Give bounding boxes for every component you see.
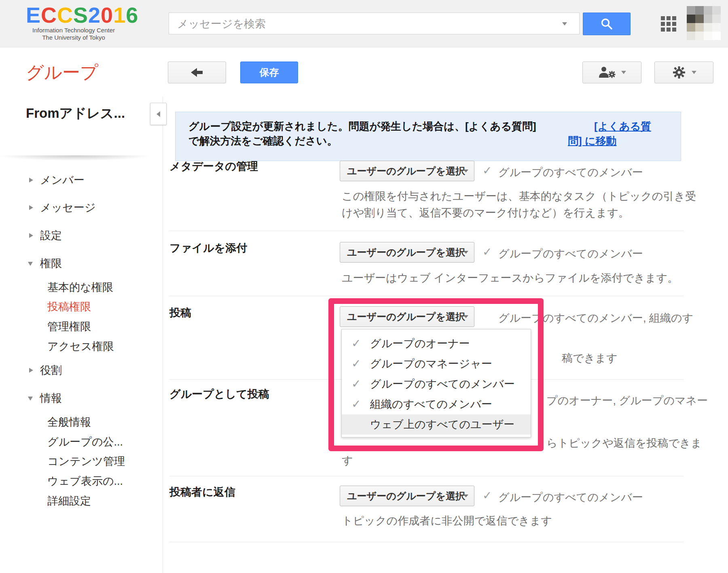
- sidebar-item-label: ウェブ表示の...: [47, 475, 123, 487]
- members-menu-button[interactable]: [582, 62, 641, 83]
- post-permission-dropdown-menu: ✓ グループのオーナー ✓ グループのマネージャー ✓ グループのすべてのメンバ…: [341, 329, 531, 437]
- attach-files-selected-value: グループのすべてのメンバー: [498, 246, 643, 261]
- sidebar-item-permissions[interactable]: 権限: [40, 256, 62, 271]
- sidebar-item-label: メンバー: [40, 174, 85, 186]
- sidebar-item-group-visibility[interactable]: グループの公...: [47, 435, 123, 449]
- post-as-group-description-fragment: らトピックや返信を投稿できま: [546, 436, 702, 450]
- metadata-description-line2: けや割り当て、返信不要のマーク付けなど）を行えます。: [342, 206, 629, 220]
- logo-subtitle-line2: The University of Tokyo: [26, 34, 121, 41]
- sidebar-item-access-permissions[interactable]: アクセス権限: [47, 339, 114, 354]
- post-description-fragment: 稿できます: [562, 351, 618, 365]
- avatar[interactable]: [687, 6, 721, 40]
- row-label-reply-to-author: 投稿者に返信: [169, 485, 235, 499]
- menu-item-group-managers[interactable]: ✓ グループのマネージャー: [342, 354, 531, 374]
- chevron-down-icon: [463, 251, 468, 254]
- logo-letter: S: [73, 3, 88, 27]
- search-options-caret-icon[interactable]: [562, 22, 567, 25]
- row-label-post-as-group: グループとして投稿: [169, 387, 269, 401]
- reply-to-author-group-select-dropdown[interactable]: ユーザーのグループを選択: [340, 486, 474, 506]
- logo-letter: C: [41, 3, 57, 27]
- chevron-down-icon: [28, 397, 33, 401]
- dropdown-label: ユーザーのグループを選択: [347, 242, 465, 262]
- save-button[interactable]: 保存: [240, 62, 298, 83]
- sidebar-item-posting-permissions[interactable]: 投稿権限: [47, 299, 91, 314]
- chevron-right-icon: [29, 368, 33, 373]
- post-selected-value: グループのすべてのメンバー, 組織のす: [498, 311, 727, 325]
- sidebar-item-roles[interactable]: 役割: [40, 363, 62, 378]
- chevron-down-icon: [463, 170, 468, 172]
- chevron-down-icon: [28, 262, 33, 266]
- search-button[interactable]: [583, 13, 631, 35]
- menu-item-label: 組織のすべてのメンバー: [370, 394, 492, 414]
- sidebar-item-label: 役割: [40, 364, 62, 376]
- menu-item-label: グループのすべてのメンバー: [370, 374, 515, 394]
- metadata-description-line1: この権限を付与されたユーザーは、基本的なタスク（トピックの引き受: [342, 189, 696, 204]
- faq-link-line1[interactable]: [よくある質: [594, 119, 651, 134]
- logo-subtitle-line1: Information Technology Center: [26, 27, 121, 34]
- sidebar-item-label: コンテンツ管理: [47, 455, 125, 467]
- back-arrow-icon: [189, 65, 205, 80]
- row-divider: [169, 476, 684, 476]
- sidebar-item-messages[interactable]: メッセージ: [40, 200, 96, 215]
- sidebar-item-label: グループの公...: [47, 436, 123, 448]
- check-icon: ✓: [351, 333, 361, 354]
- apps-grid-icon[interactable]: [661, 16, 676, 32]
- reply-to-author-selected-value: グループのすべてのメンバー: [498, 490, 643, 505]
- row-divider: [169, 542, 684, 542]
- metadata-group-select-dropdown[interactable]: ユーザーのグループを選択: [340, 161, 474, 181]
- sidebar-item-label: 投稿権限: [47, 301, 91, 313]
- logo-letter: E: [26, 3, 41, 27]
- sidebar-item-advanced-settings[interactable]: 詳細設定: [47, 494, 91, 508]
- menu-item-group-owners[interactable]: ✓ グループのオーナー: [342, 333, 531, 354]
- check-icon: ✓: [483, 489, 492, 502]
- chevron-down-icon: [463, 494, 468, 497]
- chevron-right-icon: [29, 233, 33, 238]
- sidebar-item-basic-permissions[interactable]: 基本的な権限: [47, 280, 113, 295]
- sidebar-item-content-control[interactable]: コンテンツ管理: [47, 454, 125, 469]
- page-title: グループ: [26, 61, 98, 85]
- search-input[interactable]: [169, 13, 566, 35]
- check-icon: ✓: [483, 245, 492, 259]
- dropdown-label: ユーザーのグループを選択: [347, 486, 465, 506]
- row-label-post: 投稿: [169, 306, 191, 320]
- sidebar-item-label: 設定: [40, 229, 62, 242]
- attach-files-group-select-dropdown[interactable]: ユーザーのグループを選択: [340, 242, 474, 263]
- row-divider: [169, 231, 684, 231]
- post-group-select-dropdown[interactable]: ユーザーのグループを選択: [340, 306, 474, 327]
- sidebar-item-label: メッセージ: [40, 202, 96, 214]
- sidebar-item-label: 情報: [40, 392, 62, 404]
- top-bar: ECCS2016 Information Technology Center T…: [0, 0, 728, 47]
- dropdown-label: ユーザーのグループを選択: [347, 307, 465, 327]
- check-icon: ✓: [351, 394, 361, 414]
- sidebar-collapse-button[interactable]: [150, 103, 167, 125]
- chevron-right-icon: [29, 178, 33, 183]
- check-icon: ✓: [483, 164, 492, 177]
- menu-item-all-organization-members[interactable]: ✓ 組織のすべてのメンバー: [342, 394, 531, 414]
- banner-text-line2: で解決方法をご確認ください。: [188, 134, 337, 148]
- menu-item-label: グループのマネージャー: [370, 354, 492, 374]
- gear-icon: [671, 65, 687, 80]
- menu-item-all-group-members[interactable]: ✓ グループのすべてのメンバー: [342, 374, 531, 394]
- group-name-heading: Fromアドレス...: [26, 104, 125, 123]
- eccs-logo-text: ECCS2016: [26, 3, 121, 27]
- back-button[interactable]: [168, 62, 226, 83]
- chevron-down-icon: [463, 315, 468, 318]
- row-label-attach-files: ファイルを添付: [169, 241, 247, 255]
- sidebar-item-web-view[interactable]: ウェブ表示の...: [47, 474, 123, 488]
- sidebar-item-moderation-permissions[interactable]: 管理権限: [47, 319, 91, 334]
- faq-link-line2[interactable]: 問] に移動: [568, 134, 617, 148]
- post-as-group-value-fragment: プのオーナー, グループのマネー: [546, 393, 708, 408]
- settings-menu-button[interactable]: [654, 62, 713, 83]
- logo-letter: 2: [88, 3, 101, 27]
- row-divider: [169, 296, 684, 296]
- sidebar-item-settings[interactable]: 設定: [40, 228, 62, 243]
- sidebar-item-general-information[interactable]: 全般情報: [47, 415, 91, 429]
- sidebar-item-members[interactable]: メンバー: [40, 173, 85, 187]
- menu-item-all-web-users[interactable]: ウェブ上のすべてのユーザー: [342, 414, 531, 435]
- sidebar-item-information[interactable]: 情報: [40, 391, 62, 405]
- logo-letter: 1: [113, 3, 126, 27]
- menu-item-label: ウェブ上のすべてのユーザー: [370, 414, 514, 435]
- menu-item-label: グループのオーナー: [370, 333, 470, 354]
- sidebar-item-label: 管理権限: [47, 320, 91, 333]
- check-icon: ✓: [351, 354, 361, 374]
